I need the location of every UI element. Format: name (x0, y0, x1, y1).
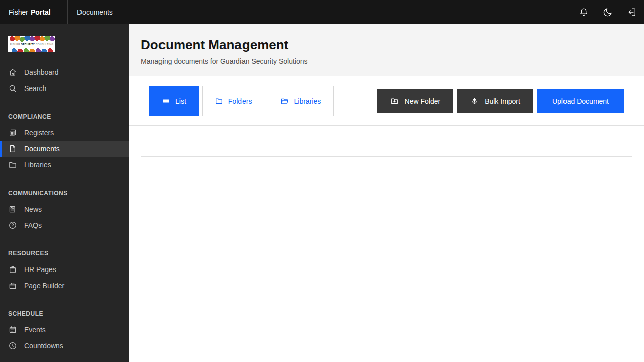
sidebar-item-registers[interactable]: Registers (0, 125, 129, 141)
list-icon (162, 97, 170, 105)
toolbar-actions: New Folder Bulk Import Upload Document (377, 89, 624, 113)
document-icon (8, 144, 17, 153)
company-logo: FISHER SECURITY CONSULTING (8, 36, 55, 52)
news-icon (8, 205, 17, 214)
page-title: Document Management (141, 37, 632, 53)
sidebar-item-label: News (24, 205, 42, 213)
content-area (129, 126, 644, 362)
nav-section-general: Dashboard Search (0, 64, 129, 97)
sidebar-item-libraries[interactable]: Libraries (0, 157, 129, 173)
dark-mode-toggle[interactable] (596, 0, 620, 24)
sidebar-item-label: Documents (24, 145, 60, 153)
tab-label: Libraries (294, 97, 321, 105)
sidebar-item-page-builder[interactable]: Page Builder (0, 278, 129, 294)
button-label: Upload Document (552, 97, 609, 105)
upload-icon (470, 97, 479, 105)
sidebar-item-label: FAQs (24, 221, 42, 229)
help-icon (8, 221, 17, 230)
sidebar-item-dashboard[interactable]: Dashboard (0, 64, 129, 80)
page-subtitle: Managing documents for Guardian Security… (141, 57, 632, 65)
topbar-spacer (113, 0, 572, 24)
page-header: Document Management Managing documents f… (129, 24, 644, 76)
bell-icon (579, 7, 589, 17)
sidebar-item-label: HR Pages (24, 265, 56, 274)
bulk-import-button[interactable]: Bulk Import (457, 89, 533, 113)
sidebar-item-hr-pages[interactable]: HR Pages (0, 261, 129, 278)
sidebar-item-documents[interactable]: Documents (0, 141, 129, 157)
nav-section-header: RESOURCES (0, 245, 129, 261)
logout-icon (627, 7, 637, 17)
nav-section-header: COMMUNICATIONS (0, 185, 129, 201)
nav-section-communications: COMMUNICATIONS News (0, 185, 129, 233)
tab-libraries[interactable]: Libraries (268, 86, 334, 116)
registers-icon (8, 128, 17, 137)
search-icon (8, 84, 17, 93)
sidebar-item-label: Events (24, 326, 46, 334)
company-logo-text: FISHER SECURITY CONSULTING (10, 43, 54, 46)
upload-document-button[interactable]: Upload Document (537, 89, 624, 113)
nav-section-header: COMPLIANCE (0, 109, 129, 125)
sidebar-item-countdowns[interactable]: Countdowns (0, 338, 129, 354)
briefcase-icon (8, 265, 17, 274)
sidebar-item-label: Page Builder (24, 282, 64, 290)
brand-prefix: Fisher (9, 8, 28, 16)
sidebar-item-events[interactable]: Events (0, 322, 129, 338)
nav-section-resources: RESOURCES HR Pages (0, 245, 129, 294)
brand: Fisher Portal (0, 0, 67, 24)
sidebar-item-label: Registers (24, 129, 54, 137)
sidebar-item-label: Dashboard (24, 68, 59, 76)
logout-button[interactable] (620, 0, 644, 24)
tab-label: Folders (228, 97, 252, 105)
button-label: Bulk Import (485, 97, 520, 105)
sidebar-item-news[interactable]: News (0, 201, 129, 217)
nav-section-schedule: SCHEDULE Events (0, 306, 129, 354)
clock-icon (8, 341, 17, 350)
folder-add-icon (390, 97, 399, 105)
tab-list[interactable]: List (149, 86, 199, 116)
sidebar: FISHER SECURITY CONSULTING Dashboard (0, 24, 129, 362)
notifications-button[interactable] (572, 0, 596, 24)
nav-section-compliance: COMPLIANCE Registers (0, 109, 129, 173)
folder-open-icon (280, 97, 289, 105)
button-label: New Folder (405, 97, 441, 105)
sidebar-item-label: Libraries (24, 161, 51, 169)
sidebar-nav: Dashboard Search COMPLIANCE (0, 64, 129, 354)
divider-line (141, 156, 632, 157)
brand-suffix: Portal (31, 8, 51, 16)
sidebar-item-search[interactable]: Search (0, 80, 129, 97)
app-body: FISHER SECURITY CONSULTING Dashboard (0, 24, 644, 362)
topbar: Fisher Portal Documents (0, 0, 644, 24)
tab-label: List (175, 97, 186, 105)
calendar-icon (8, 325, 17, 334)
topbar-page-label: Documents (68, 0, 113, 24)
sidebar-logo-wrap: FISHER SECURITY CONSULTING (0, 36, 129, 52)
main-area: Document Management Managing documents f… (129, 24, 644, 362)
sidebar-item-faqs[interactable]: FAQs (0, 217, 129, 233)
toolbar: List Folders (129, 76, 644, 126)
sidebar-item-label: Search (24, 84, 46, 93)
folder-icon (215, 97, 223, 105)
moon-icon (603, 7, 613, 17)
tab-folders[interactable]: Folders (202, 86, 265, 116)
sidebar-item-label: Countdowns (24, 342, 63, 350)
toolbox-icon (8, 281, 17, 290)
view-tabs: List Folders (149, 86, 334, 116)
home-icon (8, 68, 17, 77)
nav-section-header: SCHEDULE (0, 306, 129, 322)
new-folder-button[interactable]: New Folder (377, 89, 454, 113)
folder-icon (8, 160, 17, 169)
